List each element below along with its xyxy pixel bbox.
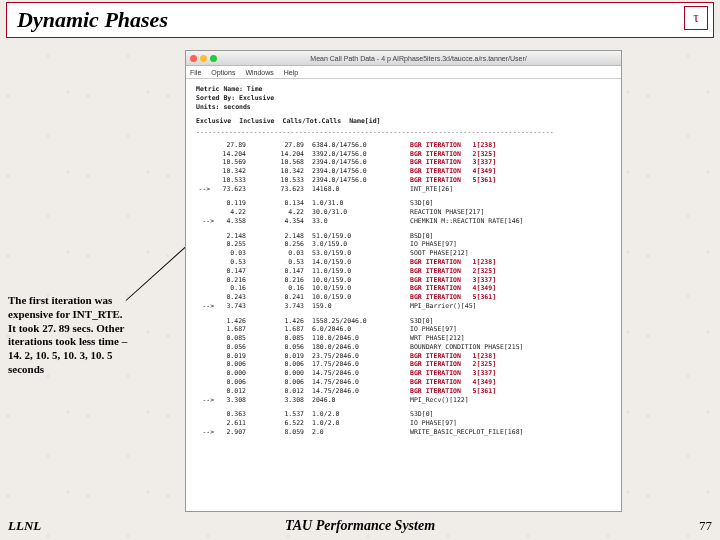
data-row: 0.2550.2563.0/159.0IO PHASE[97]: [196, 240, 611, 249]
cell-c3: 6384.0/14756.0: [312, 141, 410, 150]
cell-c2: 10.533: [254, 176, 312, 185]
cell-c1: 0.000: [196, 369, 254, 378]
cell-c3: 110.0/2046.0: [312, 334, 410, 343]
cell-c4: WRITE_BASIC_RECPLOT_FILE[168]: [410, 428, 611, 437]
cell-c3: 14168.0: [312, 185, 410, 194]
data-row: 0.2430.24110.0/159.0BGR ITERATION 5[361]: [196, 293, 611, 302]
data-groups: 27.8927.896384.0/14756.0BGR ITERATION 1[…: [196, 141, 611, 437]
cell-c4: BOUNDARY CONDITION PHASE[215]: [410, 343, 611, 352]
data-row: 10.53310.5332394.0/14756.0BGR ITERATION …: [196, 176, 611, 185]
cell-c2: 4.22: [254, 208, 312, 217]
data-row: 73.62373.62314168.0INT_RTE[26]: [196, 185, 611, 194]
cell-c1: 0.012: [196, 387, 254, 396]
data-row: 3.3083.3082046.0MPI_Recv()[122]: [196, 396, 611, 405]
data-row: 2.9078.0592.0WRITE_BASIC_RECPLOT_FILE[16…: [196, 428, 611, 437]
data-row: 10.56910.5682394.0/14756.0BGR ITERATION …: [196, 158, 611, 167]
cell-c2: 1.537: [254, 410, 312, 419]
cell-c2: 10.342: [254, 167, 312, 176]
cell-c2: 1.687: [254, 325, 312, 334]
close-icon[interactable]: [190, 55, 197, 62]
cell-c1: 1.426: [196, 317, 254, 326]
cell-c1: 0.03: [196, 249, 254, 258]
cell-c2: 0.012: [254, 387, 312, 396]
cell-c3: 53.0/159.0: [312, 249, 410, 258]
cell-c2: 0.53: [254, 258, 312, 267]
cell-c3: 1558.25/2046.0: [312, 317, 410, 326]
cell-c4: REACTION PHASE[217]: [410, 208, 611, 217]
cell-c2: 0.16: [254, 284, 312, 293]
cell-c3: 33.0: [312, 217, 410, 226]
cell-c1: 10.342: [196, 167, 254, 176]
window-title: Mean Call Path Data - 4 p AIRphase5iters…: [220, 55, 617, 62]
menu-windows[interactable]: Windows: [245, 69, 273, 76]
cell-c4: S3D[0]: [410, 317, 611, 326]
menu-help[interactable]: Help: [284, 69, 298, 76]
cell-c4: BGR ITERATION 2[325]: [410, 360, 611, 369]
data-row: 0.160.1610.0/159.0BGR ITERATION 4[349]: [196, 284, 611, 293]
window-titlebar[interactable]: Mean Call Path Data - 4 p AIRphase5iters…: [186, 51, 621, 66]
data-row: 0.2160.21610.0/159.0BGR ITERATION 3[337]: [196, 276, 611, 285]
cell-c3: 159.0: [312, 302, 410, 311]
data-group: 0.1190.1341.0/31.0S3D[0]4.224.2230.0/31.…: [196, 199, 611, 225]
cell-c1: 0.006: [196, 360, 254, 369]
cell-c3: 14.75/2046.0: [312, 369, 410, 378]
cell-c4: INT_RTE[26]: [410, 185, 611, 194]
data-group: 1.4261.4261558.25/2046.0S3D[0]1.6871.687…: [196, 317, 611, 405]
cell-c2: 2.148: [254, 232, 312, 241]
cell-c2: 3.743: [254, 302, 312, 311]
cell-c4: BGR ITERATION 3[337]: [410, 158, 611, 167]
cell-c1: 0.006: [196, 378, 254, 387]
cell-c1: 10.569: [196, 158, 254, 167]
cell-c2: 6.522: [254, 419, 312, 428]
menu-file[interactable]: File: [190, 69, 201, 76]
cell-c3: 3.0/159.0: [312, 240, 410, 249]
data-row: 2.6116.5221.0/2.0IO PHASE[97]: [196, 419, 611, 428]
cell-c2: 27.89: [254, 141, 312, 150]
cell-c4: BGR ITERATION 1[238]: [410, 258, 611, 267]
data-row: 0.0060.00617.75/2046.0BGR ITERATION 2[32…: [196, 360, 611, 369]
cell-c1: 3.743: [196, 302, 254, 311]
data-row: 0.0850.085110.0/2046.0WRT PHASE[212]: [196, 334, 611, 343]
cell-c3: 2394.0/14756.0: [312, 176, 410, 185]
cell-c3: 11.0/159.0: [312, 267, 410, 276]
profiler-content: Metric Name: Time Sorted By: Exclusive U…: [186, 79, 621, 449]
cell-c2: 73.623: [254, 185, 312, 194]
cell-c1: 4.358: [196, 217, 254, 226]
cell-c2: 0.03: [254, 249, 312, 258]
cell-c2: 14.204: [254, 150, 312, 159]
data-row: 3.7433.743159.0MPI_Barrier()[45]: [196, 302, 611, 311]
cell-c3: 14.75/2046.0: [312, 387, 410, 396]
cell-c4: CHEMKIN M::REACTION RATE[146]: [410, 217, 611, 226]
cell-c3: 23.75/2046.0: [312, 352, 410, 361]
cell-c1: 0.147: [196, 267, 254, 276]
slide-title: Dynamic Phases: [17, 7, 168, 33]
cell-c2: 0.056: [254, 343, 312, 352]
data-row: 4.224.2230.0/31.0REACTION PHASE[217]: [196, 208, 611, 217]
cell-c3: 180.0/2046.0: [312, 343, 410, 352]
profiler-window: Mean Call Path Data - 4 p AIRphase5iters…: [185, 50, 622, 512]
minimize-icon[interactable]: [200, 55, 207, 62]
cell-c1: 0.243: [196, 293, 254, 302]
data-row: 0.0190.01923.75/2046.0BGR ITERATION 1[23…: [196, 352, 611, 361]
zoom-icon[interactable]: [210, 55, 217, 62]
menu-options[interactable]: Options: [211, 69, 235, 76]
cell-c4: BGR ITERATION 2[325]: [410, 150, 611, 159]
cell-c1: 27.89: [196, 141, 254, 150]
cell-c2: 0.006: [254, 360, 312, 369]
cell-c1: 0.056: [196, 343, 254, 352]
data-group: 2.1482.14851.0/159.0BSD[0]0.2550.2563.0/…: [196, 232, 611, 311]
cell-c4: BGR ITERATION 5[361]: [410, 387, 611, 396]
cell-c1: 14.204: [196, 150, 254, 159]
cell-c1: 0.085: [196, 334, 254, 343]
data-row: 0.0120.01214.75/2046.0BGR ITERATION 5[36…: [196, 387, 611, 396]
data-row: 10.34210.3422394.0/14756.0BGR ITERATION …: [196, 167, 611, 176]
data-row: 14.20414.2043392.0/14756.0BGR ITERATION …: [196, 150, 611, 159]
cell-c3: 6.0/2046.0: [312, 325, 410, 334]
cell-c3: 10.0/159.0: [312, 284, 410, 293]
data-row: 0.530.5314.0/159.0BGR ITERATION 1[238]: [196, 258, 611, 267]
cell-c4: S3D[0]: [410, 199, 611, 208]
cell-c4: BGR ITERATION 4[349]: [410, 284, 611, 293]
cell-c1: 73.623: [196, 185, 254, 194]
cell-c1: 10.533: [196, 176, 254, 185]
cell-c3: 17.75/2046.0: [312, 360, 410, 369]
